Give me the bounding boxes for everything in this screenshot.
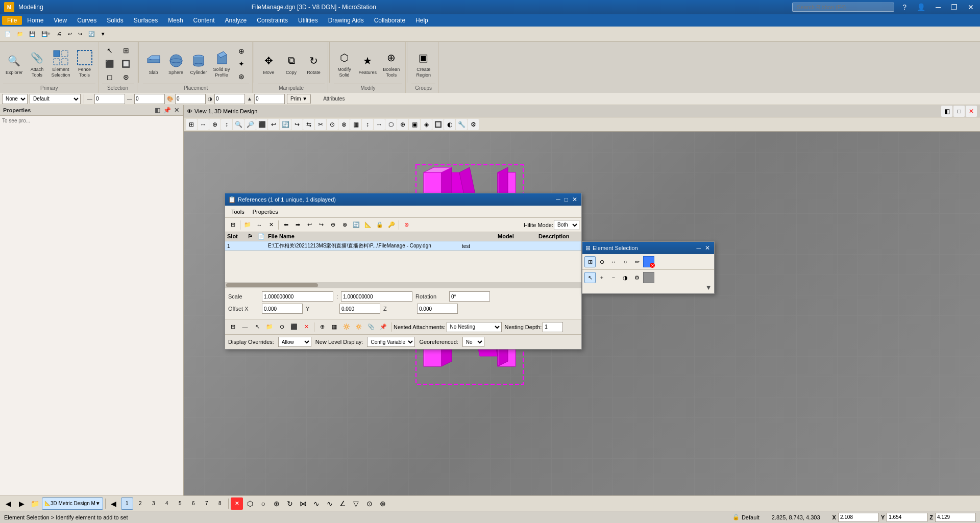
hscrollbar-thumb[interactable] [226, 283, 318, 287]
properties-unpin-button[interactable]: ◧ [154, 107, 161, 114]
view-nav-btn-23[interactable]: ◐ [444, 119, 455, 130]
scale-value2-input[interactable] [341, 291, 412, 302]
bottom-view-btn-wave[interactable]: ∿ [310, 497, 323, 510]
bottom-tb-btn-11[interactable]: 🔅 [353, 321, 364, 333]
bottom-view-btn-arrow[interactable]: ↻ [284, 497, 296, 510]
offset-x-input[interactable] [262, 304, 303, 314]
bottom-tb-btn-12[interactable]: 📎 [365, 321, 377, 333]
ref-tb-btn-10[interactable]: ⊗ [339, 219, 350, 231]
references-hscrollbar[interactable] [225, 282, 581, 288]
copy-button[interactable]: ⧉ Copy [281, 46, 302, 82]
ref-tb-btn-2[interactable]: 📁 [242, 219, 253, 231]
menu-home[interactable]: Home [22, 16, 48, 25]
account-icon[interactable]: 👤 [915, 3, 927, 11]
tab-3[interactable]: 3 [148, 497, 160, 510]
elem-sel-btn-row2-3[interactable]: − [608, 272, 619, 283]
references-table-scroll[interactable]: 1 E:\工作相关\20211213MS案例直播\直播资料\P...\FileM… [225, 241, 581, 282]
rotate-button[interactable]: ↻ Rotate [303, 46, 325, 82]
attach-tools-button[interactable]: 📎 AttachTools [27, 46, 48, 82]
nav-folder-button[interactable]: 📁 [29, 497, 41, 510]
bottom-tb-btn-8[interactable]: ⊕ [316, 321, 328, 333]
ref-tb-btn-1[interactable]: ⊞ [227, 219, 238, 231]
menu-file[interactable]: File [2, 16, 22, 25]
view-nav-btn-6[interactable]: 🔎 [244, 119, 256, 130]
sel-btn-6[interactable]: ⊛ [118, 71, 134, 83]
solid-by-profile-button[interactable]: Solid ByProfile [211, 46, 233, 82]
bottom-tb-btn-10[interactable]: 🔆 [341, 321, 352, 333]
elem-sel-btn-5[interactable]: ✏ [631, 256, 643, 267]
bottom-tb-btn-1[interactable]: ⊞ [227, 321, 238, 333]
view-nav-btn-15[interactable]: ▦ [350, 119, 361, 130]
sel-btn-2[interactable]: ⬛ [102, 58, 117, 70]
ref-tb-btn-7[interactable]: ↩ [304, 219, 315, 231]
menu-help[interactable]: Help [410, 16, 433, 25]
references-dialog-restore[interactable]: □ [564, 196, 569, 203]
sel-btn-4[interactable]: ⊞ [118, 44, 134, 57]
ref-tb-btn-5[interactable]: ⬅ [280, 219, 291, 231]
ref-tb-btn-8[interactable]: ↪ [315, 219, 327, 231]
view-nav-btn-2[interactable]: ↔ [198, 119, 209, 130]
view-nav-btn-13[interactable]: ⊙ [327, 119, 338, 130]
view-nav-btn-1[interactable]: ⊞ [186, 119, 197, 130]
menu-drawing-aids[interactable]: Drawing Aids [323, 16, 369, 25]
close-button[interactable]: ✕ [966, 3, 976, 11]
view-nav-btn-17[interactable]: ↔ [374, 119, 385, 130]
tab-7[interactable]: 7 [201, 497, 213, 510]
menu-surfaces[interactable]: Surfaces [129, 16, 163, 25]
qa-print-btn[interactable]: 🖨 [54, 30, 64, 38]
nav-next-button[interactable]: ▶ [15, 497, 28, 510]
tab-2[interactable]: 2 [134, 497, 146, 510]
view-nav-btn-20[interactable]: ▣ [409, 119, 420, 130]
fence-tools-button[interactable]: FenceTools [74, 46, 95, 82]
qa-open-btn[interactable]: 📁 [14, 30, 26, 38]
tab-4[interactable]: 4 [161, 497, 173, 510]
placement-extra-1[interactable]: ⊕ [234, 45, 249, 57]
elem-sel-btn-row2-1[interactable]: ↖ [584, 272, 596, 283]
move-button[interactable]: ✥ Move [258, 46, 280, 82]
tab-5[interactable]: 5 [174, 497, 186, 510]
priority-input[interactable] [254, 94, 285, 104]
bottom-view-btn-x[interactable]: ✕ [231, 497, 243, 510]
element-selection-button[interactable]: ElementSelection [49, 46, 73, 82]
view-nav-btn-19[interactable]: ⊕ [397, 119, 408, 130]
active-level-select[interactable]: None [2, 94, 28, 104]
ref-tb-btn-11[interactable]: 🔄 [351, 219, 362, 231]
tab-1[interactable]: 1 [121, 497, 133, 510]
modify-solid-button[interactable]: ⬡ ModifySolid [334, 46, 355, 82]
bottom-view-btn-angle[interactable]: ∠ [337, 497, 349, 510]
view-nav-btn-22[interactable]: 🔲 [432, 119, 444, 130]
offset-z-input[interactable] [417, 304, 458, 314]
bottom-view-btn-target[interactable]: ⊙ [363, 497, 376, 510]
menu-view[interactable]: View [48, 16, 72, 25]
ref-tb-btn-3[interactable]: ↔ [254, 219, 265, 231]
display-overrides-select[interactable]: Allow Override Disable [278, 337, 311, 347]
references-dialog-minimize[interactable]: ─ [555, 196, 561, 203]
restore-button[interactable]: ❐ [949, 3, 960, 11]
elem-sel-blue-square[interactable]: ✕ [643, 256, 654, 267]
cylinder-button[interactable]: Cylinder [188, 46, 210, 82]
view-nav-btn-14[interactable]: ⊗ [338, 119, 350, 130]
qa-undo-btn[interactable]: ↩ [65, 30, 75, 38]
view-nav-btn-24[interactable]: 🔧 [456, 119, 467, 130]
bottom-tb-btn-5[interactable]: ⊙ [276, 321, 287, 333]
properties-pin-button[interactable]: 📌 [162, 107, 172, 114]
tab-6[interactable]: 6 [187, 497, 200, 510]
menu-curves[interactable]: Curves [72, 16, 102, 25]
nested-attachments-select[interactable]: No Nesting Live Nesting Copy Attachments [447, 322, 502, 332]
elem-sel-btn-select[interactable]: ⊞ [584, 256, 596, 267]
offset-y-input[interactable] [339, 304, 380, 314]
rotation-input[interactable] [449, 291, 490, 302]
elem-sel-close[interactable]: ✕ [704, 244, 711, 252]
menu-utilities[interactable]: Utilities [293, 16, 323, 25]
scale-value1-input[interactable] [262, 291, 333, 302]
color-input[interactable] [175, 94, 206, 104]
ref-tb-btn-14[interactable]: 🔑 [386, 219, 397, 231]
minimize-button[interactable]: ─ [934, 3, 943, 11]
bottom-tb-btn-4[interactable]: 📁 [264, 321, 275, 333]
view-nav-btn-16[interactable]: ↕ [362, 119, 373, 130]
view-nav-btn-11[interactable]: ⇆ [303, 119, 314, 130]
prim-button[interactable]: Prim ▼ [287, 94, 311, 104]
ref-tb-btn-9[interactable]: ⊕ [327, 219, 338, 231]
sel-btn-1[interactable]: ↖ [102, 44, 117, 57]
view-nav-btn-21[interactable]: ◈ [421, 119, 432, 130]
